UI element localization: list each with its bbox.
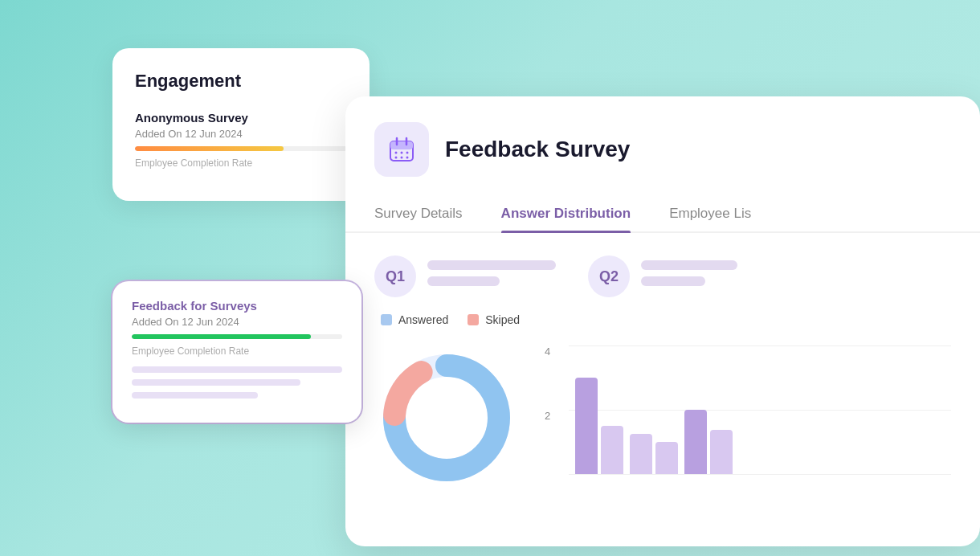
bar-chart: 4 2 bbox=[545, 345, 951, 490]
svg-point-8 bbox=[401, 157, 403, 159]
left-content: Q1 Q2 bbox=[374, 256, 951, 490]
bar-1-light bbox=[601, 426, 623, 474]
svg-rect-1 bbox=[390, 141, 413, 149]
svg-point-6 bbox=[406, 152, 409, 154]
bar-group-1 bbox=[575, 378, 623, 474]
bar-chart-y-labels: 4 2 bbox=[545, 345, 550, 474]
donut-chart bbox=[374, 345, 519, 490]
skiped-dot bbox=[468, 314, 479, 325]
q1-bar-1 bbox=[427, 260, 556, 270]
skeleton-line-3 bbox=[132, 392, 258, 399]
feedback-survey-name: Feedback for Surveys bbox=[132, 299, 342, 313]
legend-answered: Answered bbox=[381, 313, 448, 326]
panel-title: Feedback Survey bbox=[445, 137, 630, 162]
q1-bar-2 bbox=[427, 276, 500, 286]
skeleton-lines bbox=[132, 366, 342, 399]
main-panel: Feedback Survey Survey Details Answer Di… bbox=[345, 96, 980, 546]
content-area: Q1 Q2 bbox=[345, 233, 980, 513]
question-blocks: Q1 Q2 bbox=[374, 256, 951, 297]
survey-item-anonymous[interactable]: Anonymous Survey Added On 12 Jun 2024 Em… bbox=[135, 111, 347, 169]
q2-badge: Q2 bbox=[588, 256, 630, 297]
answered-dot bbox=[381, 314, 392, 325]
svg-point-9 bbox=[406, 157, 409, 159]
bar-3-light bbox=[710, 430, 733, 474]
feedback-survey-date: Added On 12 Jun 2024 bbox=[132, 316, 342, 328]
anonymous-progress-container bbox=[135, 146, 347, 151]
tab-answer-distribution[interactable]: Answer Distribution bbox=[501, 196, 631, 231]
panel-header: Feedback Survey bbox=[345, 96, 980, 177]
q2-bar-1 bbox=[641, 260, 737, 270]
feedback-completion-label: Employee Completion Rate bbox=[132, 345, 342, 357]
skeleton-line-2 bbox=[132, 379, 300, 386]
bar-2-light-1 bbox=[630, 434, 652, 474]
feedback-progress-container bbox=[132, 334, 342, 339]
engagement-card: Engagement Anonymous Survey Added On 12 … bbox=[112, 48, 370, 201]
svg-point-5 bbox=[401, 152, 403, 154]
svg-point-7 bbox=[395, 157, 398, 159]
charts-row: 4 2 bbox=[374, 345, 951, 490]
question-block-q2: Q2 bbox=[588, 256, 737, 297]
bar-3-purple bbox=[684, 410, 707, 474]
skeleton-line-1 bbox=[132, 366, 342, 373]
q1-badge: Q1 bbox=[374, 256, 416, 297]
chart-legend: Answered Skiped bbox=[374, 313, 951, 326]
y-label-2: 2 bbox=[545, 410, 550, 422]
anonymous-completion-label: Employee Completion Rate bbox=[135, 157, 347, 169]
tabs-container: Survey Details Answer Distribution Emplo… bbox=[345, 196, 980, 233]
feedback-progress-fill bbox=[132, 334, 311, 339]
anonymous-survey-name: Anonymous Survey bbox=[135, 111, 347, 125]
anonymous-progress-fill bbox=[135, 146, 284, 151]
grid-line-bottom bbox=[569, 474, 951, 475]
tab-survey-details[interactable]: Survey Details bbox=[374, 196, 463, 231]
bar-group-2 bbox=[630, 434, 678, 474]
q2-bar-2 bbox=[641, 276, 705, 286]
active-survey-card[interactable]: Feedback for Surveys Added On 12 Jun 202… bbox=[112, 281, 361, 423]
bar-2-light-2 bbox=[655, 442, 678, 474]
bars-container bbox=[569, 345, 951, 474]
y-label-4: 4 bbox=[545, 345, 550, 358]
svg-point-4 bbox=[395, 152, 398, 154]
answered-label: Answered bbox=[398, 313, 448, 326]
anonymous-survey-date: Added On 12 Jun 2024 bbox=[135, 128, 347, 140]
q2-bars bbox=[641, 256, 737, 286]
legend-skiped: Skiped bbox=[468, 313, 520, 326]
engagement-title: Engagement bbox=[135, 71, 347, 92]
calendar-icon bbox=[387, 135, 416, 164]
q1-bars bbox=[427, 256, 556, 286]
bar-group-3 bbox=[684, 410, 733, 474]
question-block-q1: Q1 bbox=[374, 256, 556, 297]
bar-1-purple bbox=[575, 378, 598, 474]
calendar-icon-wrapper bbox=[374, 122, 429, 177]
tab-employee-list[interactable]: Employee Lis bbox=[669, 196, 751, 231]
skiped-label: Skiped bbox=[485, 313, 520, 326]
